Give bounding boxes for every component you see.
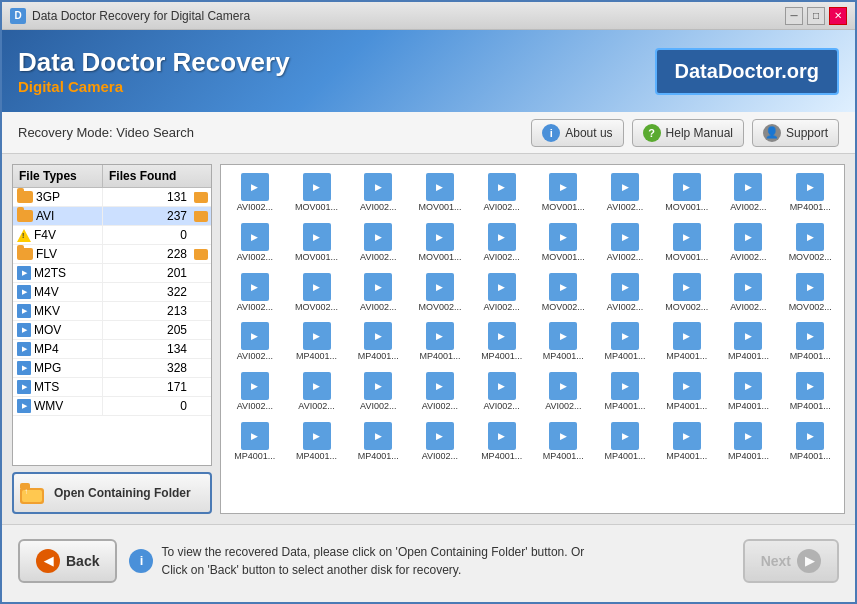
file-grid-item[interactable]: MP4001... xyxy=(780,318,840,366)
video-file-icon xyxy=(673,223,701,251)
file-icon: ▶ xyxy=(17,380,31,394)
file-grid-item[interactable]: AVI002... xyxy=(719,219,779,267)
file-grid-item[interactable]: AVI002... xyxy=(225,169,285,217)
file-row[interactable]: ▶ MKV 213 xyxy=(13,302,211,321)
file-grid-panel[interactable]: AVI002... MOV001... AVI002... MOV001... … xyxy=(220,164,845,514)
file-grid-item[interactable]: MP4001... xyxy=(595,368,655,416)
file-grid-item[interactable]: MP4001... xyxy=(719,418,779,466)
file-grid-item[interactable]: AVI002... xyxy=(287,368,347,416)
file-grid-item[interactable]: MP4001... xyxy=(657,418,717,466)
file-grid-item[interactable]: MP4001... xyxy=(534,418,594,466)
file-grid-item[interactable]: MOV001... xyxy=(410,219,470,267)
file-grid-item[interactable]: AVI002... xyxy=(348,368,408,416)
file-grid-item[interactable]: MP4001... xyxy=(595,418,655,466)
file-grid-item[interactable]: MP4001... xyxy=(225,418,285,466)
file-grid-item[interactable]: AVI002... xyxy=(595,219,655,267)
file-grid-item[interactable]: MP4001... xyxy=(657,368,717,416)
file-grid-item[interactable]: AVI002... xyxy=(348,219,408,267)
close-button[interactable]: ✕ xyxy=(829,7,847,25)
file-grid-item[interactable]: AVI002... xyxy=(472,219,532,267)
file-grid-item[interactable]: MOV001... xyxy=(534,169,594,217)
folder-icon xyxy=(17,248,33,260)
info-text: To view the recovered Data, please click… xyxy=(161,543,584,579)
file-grid-item[interactable]: AVI002... xyxy=(719,269,779,317)
file-grid-item[interactable]: AVI002... xyxy=(225,368,285,416)
file-grid-item[interactable]: MOV002... xyxy=(780,269,840,317)
file-grid-item[interactable]: AVI002... xyxy=(534,368,594,416)
file-row[interactable]: ▶ WMV 0 xyxy=(13,397,211,416)
video-file-icon xyxy=(303,223,331,251)
file-grid-item[interactable]: AVI002... xyxy=(225,269,285,317)
file-grid-item[interactable]: MP4001... xyxy=(348,418,408,466)
file-row[interactable]: 3GP 131 xyxy=(13,188,211,207)
file-grid-item[interactable]: MP4001... xyxy=(410,318,470,366)
file-row[interactable]: ! F4V 0 xyxy=(13,226,211,245)
file-grid-item[interactable]: MOV001... xyxy=(534,219,594,267)
file-row[interactable]: ▶ MOV 205 xyxy=(13,321,211,340)
file-grid-label: MOV001... xyxy=(290,202,344,213)
about-us-button[interactable]: i About us xyxy=(531,119,623,147)
file-grid-item[interactable]: MOV001... xyxy=(657,169,717,217)
file-grid-item[interactable]: MP4001... xyxy=(780,169,840,217)
file-grid-label: MP4001... xyxy=(722,401,776,412)
file-grid-item[interactable]: AVI002... xyxy=(225,219,285,267)
open-containing-folder-button[interactable]: ↑ Open Containing Folder xyxy=(12,472,212,514)
back-button[interactable]: ◀ Back xyxy=(18,539,117,583)
file-grid-item[interactable]: MOV002... xyxy=(410,269,470,317)
folder-icon xyxy=(17,191,33,203)
file-grid-item[interactable]: AVI002... xyxy=(348,269,408,317)
help-manual-button[interactable]: ? Help Manual xyxy=(632,119,744,147)
file-grid-item[interactable]: MP4001... xyxy=(472,418,532,466)
file-grid-item[interactable]: MP4001... xyxy=(534,318,594,366)
next-button[interactable]: Next ▶ xyxy=(743,539,839,583)
video-file-icon xyxy=(303,173,331,201)
file-grid-item[interactable]: MP4001... xyxy=(348,318,408,366)
file-grid-item[interactable]: MOV002... xyxy=(780,219,840,267)
file-grid-item[interactable]: MP4001... xyxy=(780,368,840,416)
folder-open-icon: ↑ xyxy=(20,482,48,504)
file-grid-item[interactable]: AVI002... xyxy=(472,169,532,217)
file-row[interactable]: ▶ MP4 134 xyxy=(13,340,211,359)
file-grid-label: AVI002... xyxy=(722,252,776,263)
video-file-icon xyxy=(488,173,516,201)
file-grid-item[interactable]: MP4001... xyxy=(719,318,779,366)
file-grid-item[interactable]: MP4001... xyxy=(719,368,779,416)
file-grid-item[interactable]: AVI002... xyxy=(410,368,470,416)
file-grid-item[interactable]: MOV002... xyxy=(657,269,717,317)
file-grid-label: MOV002... xyxy=(413,302,467,313)
file-grid-item[interactable]: MP4001... xyxy=(780,418,840,466)
file-grid-label: MP4001... xyxy=(783,202,837,213)
file-grid-item[interactable]: MOV001... xyxy=(410,169,470,217)
file-grid-item[interactable]: MP4001... xyxy=(657,318,717,366)
maximize-button[interactable]: □ xyxy=(807,7,825,25)
file-grid-item[interactable]: MOV001... xyxy=(657,219,717,267)
file-grid-item[interactable]: MOV002... xyxy=(534,269,594,317)
file-grid-label: AVI002... xyxy=(351,401,405,412)
file-grid-item[interactable]: MP4001... xyxy=(287,318,347,366)
file-grid-item[interactable]: AVI002... xyxy=(225,318,285,366)
file-row[interactable]: FLV 228 xyxy=(13,245,211,264)
file-row[interactable]: ▶ M2TS 201 xyxy=(13,264,211,283)
file-grid-item[interactable]: AVI002... xyxy=(410,418,470,466)
file-grid-item[interactable]: MOV001... xyxy=(287,169,347,217)
file-grid-item[interactable]: MP4001... xyxy=(472,318,532,366)
file-grid-item[interactable]: AVI002... xyxy=(472,269,532,317)
file-grid-item[interactable]: AVI002... xyxy=(595,169,655,217)
file-row[interactable]: ▶ MTS 171 xyxy=(13,378,211,397)
video-file-icon xyxy=(488,322,516,350)
file-grid-item[interactable]: AVI002... xyxy=(595,269,655,317)
file-grid-label: AVI002... xyxy=(537,401,591,412)
file-grid-item[interactable]: MP4001... xyxy=(595,318,655,366)
file-row[interactable]: ▶ M4V 322 xyxy=(13,283,211,302)
file-grid-item[interactable]: MP4001... xyxy=(287,418,347,466)
minimize-button[interactable]: ─ xyxy=(785,7,803,25)
file-grid-item[interactable]: MOV002... xyxy=(287,269,347,317)
file-grid-item[interactable]: AVI002... xyxy=(472,368,532,416)
file-row[interactable]: ▶ MPG 328 xyxy=(13,359,211,378)
file-grid-item[interactable]: MOV001... xyxy=(287,219,347,267)
file-grid-label: MP4001... xyxy=(228,451,282,462)
file-grid-item[interactable]: AVI002... xyxy=(348,169,408,217)
support-button[interactable]: 👤 Support xyxy=(752,119,839,147)
file-grid-item[interactable]: AVI002... xyxy=(719,169,779,217)
file-row[interactable]: AVI 237 xyxy=(13,207,211,226)
